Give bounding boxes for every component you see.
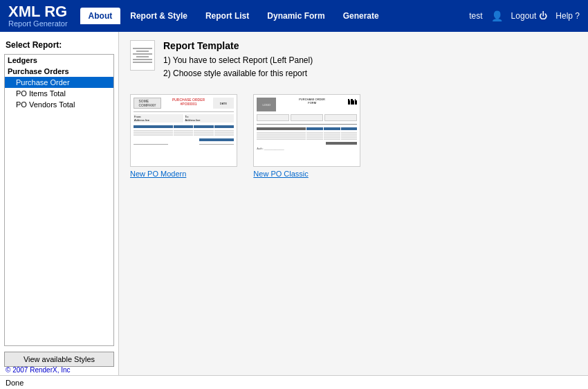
doc-classic-td-14 xyxy=(306,138,323,140)
doc-classic-td-2 xyxy=(306,132,323,134)
view-styles-button[interactable]: View available Styles xyxy=(4,352,114,367)
doc-from: From:Address line xyxy=(134,114,183,123)
doc-td-2 xyxy=(174,130,193,132)
doc-logo-modern: SOMECOMPANY xyxy=(134,98,161,109)
tab-report-list[interactable]: Report List xyxy=(197,8,257,24)
doc-to: To:Address line xyxy=(185,114,235,123)
template-instruction-1: 1) You have to select Report (Left Panel… xyxy=(163,54,313,67)
doc-td-1 xyxy=(134,130,173,132)
report-item-po-items-total[interactable]: PO Items Total xyxy=(5,88,113,99)
doc-classic-td-5 xyxy=(257,134,306,136)
doc-td-6 xyxy=(174,132,193,134)
doc-td-11 xyxy=(194,134,213,136)
doc-classic-td-16 xyxy=(341,138,358,140)
style-label-modern[interactable]: New PO Modern xyxy=(130,170,237,178)
doc-td-row-2 xyxy=(134,132,234,134)
tab-report-style[interactable]: Report & Style xyxy=(122,8,196,24)
report-item-po-vendors-total[interactable]: PO Vendors Total xyxy=(5,99,113,110)
doc-classic-td-3 xyxy=(324,132,340,134)
content-area: Report Template 1) You have to select Re… xyxy=(119,32,588,375)
status-text: Done xyxy=(6,379,24,387)
doc-address-row: From:Address line To:Address line xyxy=(134,114,234,123)
doc-classic-td-10 xyxy=(306,136,323,138)
template-section: Report Template 1) You have to select Re… xyxy=(130,40,577,80)
nav-area: About Report & Style Report List Dynamic… xyxy=(80,8,470,24)
logout-button[interactable]: Logout ⏻ xyxy=(511,11,548,21)
doc-td-row-1 xyxy=(134,130,234,132)
doc-td-3 xyxy=(194,130,213,132)
doc-classic-td-13 xyxy=(257,138,306,140)
main-layout: Select Report: Ledgers Purchase Orders P… xyxy=(0,32,588,375)
app-title: XML RG xyxy=(8,4,68,19)
doc-header-modern: SOMECOMPANY PURCHASE ORDER#PO00001 DATE xyxy=(134,98,234,109)
style-preview-modern[interactable]: SOMECOMPANY PURCHASE ORDER#PO00001 DATE … xyxy=(130,94,237,167)
doc-classic-info-2 xyxy=(291,114,323,121)
doc-signature-area xyxy=(134,144,234,145)
sidebar-title: Select Report: xyxy=(0,37,118,54)
doc-classic-th-2 xyxy=(306,127,323,130)
tab-generate[interactable]: Generate xyxy=(335,8,387,24)
doc-td-5 xyxy=(134,132,173,134)
style-card-new-po-classic: LOGO PURCHASE ORDERFORM xyxy=(253,94,360,178)
doc-classic-table-header xyxy=(257,127,357,130)
icon-line-2 xyxy=(136,51,149,52)
tab-about[interactable]: About xyxy=(80,8,121,24)
doc-logo-classic: LOGO xyxy=(257,98,276,111)
doc-po-title-classic: PURCHASE ORDERFORM xyxy=(277,98,347,105)
doc-td-12 xyxy=(214,134,234,136)
report-item-purchase-order[interactable]: Purchase Order xyxy=(5,77,113,88)
statusbar: Done xyxy=(0,375,588,389)
doc-classic-td-1 xyxy=(257,132,306,134)
icon-line-6 xyxy=(133,62,152,63)
doc-classic-td-row-4 xyxy=(257,138,357,140)
style-preview-classic[interactable]: LOGO PURCHASE ORDERFORM xyxy=(253,94,360,167)
logo-area: XML RG Report Generator xyxy=(8,4,68,28)
user-icon: 👤 xyxy=(491,10,503,21)
doc-td-row-3 xyxy=(134,134,234,136)
doc-classic-td-4 xyxy=(341,132,358,134)
doc-classic-th-3 xyxy=(324,127,340,130)
bar-6 xyxy=(356,100,357,105)
doc-classic-info-3 xyxy=(324,114,357,121)
doc-th-1 xyxy=(134,125,173,128)
doc-td-4 xyxy=(214,130,234,132)
template-instruction-2: 2) Choose style available for this repor… xyxy=(163,67,313,80)
doc-classic-info xyxy=(257,114,357,121)
tab-dynamic-form[interactable]: Dynamic Form xyxy=(259,8,333,24)
doc-th-2 xyxy=(174,125,193,128)
doc-total-bar xyxy=(199,138,234,141)
doc-td-8 xyxy=(214,132,234,134)
template-icon xyxy=(130,40,155,71)
doc-header-classic: LOGO PURCHASE ORDERFORM xyxy=(257,98,357,111)
doc-classic-th-1 xyxy=(257,127,306,130)
user-area: test 👤 Logout ⏻ Help ? xyxy=(469,10,580,21)
header: XML RG Report Generator About Report & S… xyxy=(0,0,588,32)
doc-classic-total-bar xyxy=(326,142,357,145)
doc-td-7 xyxy=(194,132,213,134)
icon-line-4 xyxy=(136,56,149,57)
template-title: Report Template xyxy=(163,40,313,51)
app-subtitle: Report Generator xyxy=(8,19,68,28)
doc-sig-line-2 xyxy=(199,144,234,145)
doc-table-header-modern xyxy=(134,125,234,128)
doc-th-3 xyxy=(194,125,213,128)
icon-line-1 xyxy=(133,48,152,49)
doc-classic-td-15 xyxy=(324,138,340,140)
doc-sig-line-1 xyxy=(134,144,168,145)
style-label-classic[interactable]: New PO Classic xyxy=(253,170,360,178)
doc-classic-td-11 xyxy=(324,136,340,138)
doc-line-1 xyxy=(134,111,234,112)
style-cards-container: SOMECOMPANY PURCHASE ORDER#PO00001 DATE … xyxy=(130,94,577,189)
template-text: Report Template 1) You have to select Re… xyxy=(163,40,313,80)
doc-date-modern: DATE xyxy=(213,98,234,109)
doc-th-4 xyxy=(214,125,234,128)
logout-label: Logout xyxy=(511,11,537,21)
sidebar: Select Report: Ledgers Purchase Orders P… xyxy=(0,32,119,375)
report-list[interactable]: Ledgers Purchase Orders Purchase Order P… xyxy=(4,54,114,346)
doc-classic-total xyxy=(257,142,357,145)
help-button[interactable]: Help ? xyxy=(555,11,580,21)
doc-classic-td-row-3 xyxy=(257,136,357,138)
doc-total-area xyxy=(134,138,234,141)
doc-td-9 xyxy=(134,134,173,136)
doc-classic-td-6 xyxy=(306,134,323,136)
